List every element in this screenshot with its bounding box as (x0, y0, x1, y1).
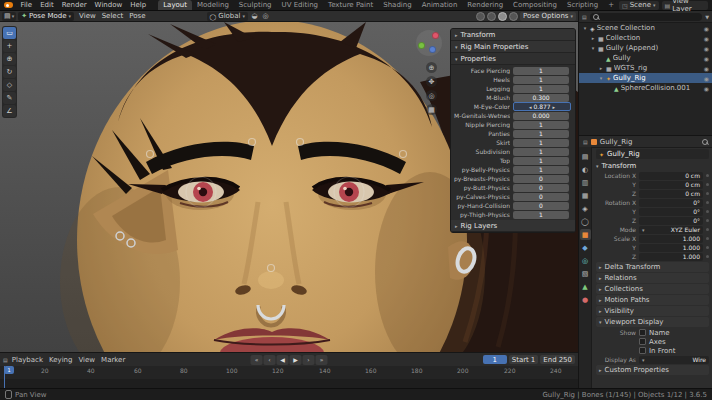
editor-type-button[interactable]: ▤ ▾ (2, 12, 16, 21)
animate-dot-icon[interactable] (706, 192, 709, 195)
topbar-menu-render[interactable]: Render (58, 1, 91, 9)
proportional-editing-icon[interactable]: ◎ (261, 12, 270, 21)
jump-to-start-button[interactable]: « (251, 355, 263, 365)
transform-field-z[interactable]: 1.000 (639, 253, 703, 261)
timeline-menu-marker[interactable]: Marker (98, 356, 128, 364)
transform-field-y[interactable]: 0 cm (639, 181, 703, 189)
timeline-menu-playback[interactable]: Playback (9, 356, 46, 364)
visibility-eye-icon[interactable]: ◉ (704, 35, 709, 42)
rig-prop-field-subdivision[interactable]: 1 (513, 148, 569, 156)
animate-dot-icon[interactable] (706, 174, 709, 177)
workspace-tab-compositing[interactable]: Compositing (508, 0, 562, 10)
checkbox-in-front[interactable] (639, 347, 646, 354)
workspace-tab-layout[interactable]: Layout (158, 0, 192, 10)
transform-field-y[interactable]: 0° (639, 208, 703, 216)
rig-layers-panel-header[interactable]: ▸ Rig Layers (451, 220, 575, 232)
rig-prop-field-face-piercing[interactable]: 1 (513, 67, 569, 75)
rig-prop-field-py-hand-collision[interactable]: 0 (513, 202, 569, 210)
axis-x-icon[interactable] (432, 32, 439, 39)
pose-options-button[interactable]: Pose Options ▾ (520, 12, 576, 21)
search-icon[interactable] (702, 139, 708, 145)
transform-field-z[interactable]: 0° (639, 217, 703, 225)
axis-z-icon[interactable] (429, 46, 436, 53)
properties-tab-object-data[interactable]: ▲ (580, 281, 591, 292)
transform-field-scale-x[interactable]: 1.000 (639, 235, 703, 243)
properties-subpanel-header[interactable]: ▾ Properties (451, 53, 575, 65)
rig-prop-field-m-eye-color[interactable]: ◂0.877▸ (513, 102, 571, 111)
rig-prop-field-py-thigh-physics[interactable]: 1 (513, 211, 569, 219)
transform-field-location-x[interactable]: 0 cm (639, 172, 703, 180)
jump-to-end-button[interactable]: » (316, 355, 328, 365)
animate-dot-icon[interactable] (706, 255, 709, 258)
tool-annotate[interactable]: ✎ (3, 92, 16, 104)
viewport-display-header[interactable]: ▾ Viewport Display (596, 317, 709, 327)
rig-prop-field-skirt[interactable]: 1 (513, 139, 569, 147)
shading-material-icon[interactable] (498, 12, 507, 21)
rig-prop-field-py-butt-physics[interactable]: 0 (513, 184, 569, 192)
visibility-eye-icon[interactable]: ◉ (704, 65, 709, 72)
editor-type-icon[interactable]: ▤ (583, 139, 588, 145)
mode-selector[interactable]: ✦ Pose Mode ▾ (18, 12, 74, 21)
3d-viewport[interactable]: ▭+⊕↻◇✎∠ ⊕ ✥ ◎ ▦ ▸ Transform ▾ Rig Main P… (0, 22, 578, 352)
properties-tab-material[interactable]: ● (580, 294, 591, 305)
outliner-row-gully[interactable]: ▲Gully◉ (579, 53, 712, 63)
filter-icon[interactable]: ▼ (705, 14, 709, 20)
frame-end-field[interactable]: End 250 (540, 355, 575, 364)
timeline-menu-view[interactable]: View (75, 356, 98, 364)
transform-field-y[interactable]: 1.000 (639, 244, 703, 252)
tool-move[interactable]: ⊕ (3, 53, 16, 65)
properties-tab-output[interactable]: ▥ (580, 177, 591, 188)
rig-prop-field-nipple-piercing[interactable]: 1 (513, 121, 569, 129)
jump-next-keyframe-button[interactable]: › (303, 355, 315, 365)
disclosure-triangle[interactable]: ▾ (590, 45, 596, 51)
workspace-tab-animation[interactable]: Animation (417, 0, 463, 10)
transform-panel-header[interactable]: ▸ Transform (451, 29, 575, 41)
properties-tab-physics[interactable]: ◎ (580, 255, 591, 266)
frame-start-field[interactable]: Start 1 (509, 355, 539, 364)
viewport-menu-pose[interactable]: Pose (126, 12, 148, 20)
tool-measure[interactable]: ∠ (3, 105, 16, 117)
timeline-menu-keying[interactable]: Keying (46, 356, 76, 364)
properties-tab-modifiers[interactable]: ◆ (580, 242, 591, 253)
workspace-tab-[interactable]: + (603, 0, 619, 10)
workspace-tab-scripting[interactable]: Scripting (562, 0, 603, 10)
properties-tab-view-layer[interactable]: ▦ (580, 190, 591, 201)
increment-arrow-icon[interactable]: ▸ (553, 104, 556, 110)
editor-type-icon[interactable]: ▤ (3, 357, 8, 363)
workspace-tab-uv-editing[interactable]: UV Editing (277, 0, 324, 10)
play-button[interactable]: ▶ (290, 355, 302, 365)
section-motion-paths[interactable]: ▸Motion Paths (596, 295, 709, 305)
shading-rendered-icon[interactable] (509, 12, 518, 21)
topbar-menu-window[interactable]: Window (91, 1, 127, 9)
outliner-row-collection[interactable]: ▸▦Collection◉ (579, 33, 712, 43)
blender-logo-icon[interactable] (4, 2, 13, 8)
workspace-tab-shading[interactable]: Shading (378, 0, 416, 10)
topbar-menu-edit[interactable]: Edit (36, 1, 58, 9)
section-collections[interactable]: ▸Collections (596, 284, 709, 294)
checkbox-axes[interactable] (639, 338, 646, 345)
workspace-tab-sculpting[interactable]: Sculpting (234, 0, 277, 10)
disclosure-triangle[interactable]: ▾ (598, 75, 604, 81)
animate-dot-icon[interactable] (706, 237, 709, 240)
rig-prop-field-py-belly-physics[interactable]: 1 (513, 166, 569, 174)
camera-view-icon[interactable]: ◎ (426, 90, 437, 101)
viewport-menu-view[interactable]: View (76, 12, 99, 20)
rig-prop-field-heels[interactable]: 1 (513, 76, 569, 84)
properties-tab-constraints[interactable]: ▧ (580, 268, 591, 279)
section-delta-transform[interactable]: ▸Delta Transform (596, 262, 709, 272)
outliner-row-gully-append[interactable]: ▾▦Gully (Append)◉ (579, 43, 712, 53)
snap-magnet-icon[interactable]: ◒ (250, 12, 259, 21)
rig-prop-field-panties[interactable]: 1 (513, 130, 569, 138)
visibility-eye-icon[interactable]: ◉ (704, 45, 709, 52)
transform-field-rotation-x[interactable]: 0° (639, 199, 703, 207)
rig-prop-field-py-breasts-physics[interactable]: 0 (513, 175, 569, 183)
rig-prop-field-legging[interactable]: 1 (513, 85, 569, 93)
topbar-menu-file[interactable]: File (16, 1, 36, 9)
visibility-eye-icon[interactable]: ◉ (704, 75, 709, 82)
section-visibility[interactable]: ▸Visibility (596, 306, 709, 316)
decrement-arrow-icon[interactable]: ◂ (529, 104, 532, 110)
tool-scale[interactable]: ◇ (3, 79, 16, 91)
current-frame-field[interactable]: 1 (483, 355, 507, 364)
navigation-gizmo[interactable] (416, 30, 442, 56)
tool-rotate[interactable]: ↻ (3, 66, 16, 78)
